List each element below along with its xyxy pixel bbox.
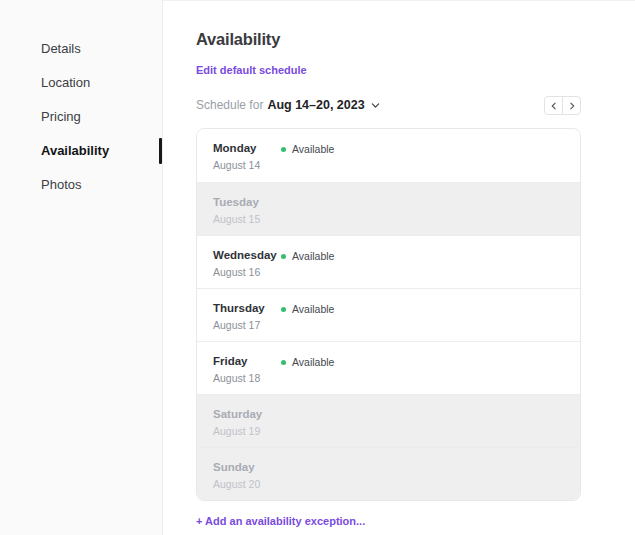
- day-row-saturday: Saturday August 19: [197, 394, 580, 447]
- week-nav-buttons: [544, 96, 581, 115]
- available-dot-icon: [281, 147, 286, 152]
- day-date: August 20: [213, 478, 281, 490]
- day-name: Friday: [213, 355, 281, 368]
- chevron-right-icon: [568, 98, 576, 113]
- sidebar-item-pricing[interactable]: Pricing: [0, 105, 162, 129]
- chevron-down-icon: [371, 101, 380, 110]
- availability-panel: Availability Edit default schedule Sched…: [196, 0, 581, 529]
- previous-week-button[interactable]: [544, 96, 563, 115]
- availability-status: Available: [281, 143, 334, 155]
- day-row-sunday: Sunday August 20: [197, 447, 580, 500]
- sidebar-item-availability[interactable]: Availability: [0, 139, 162, 163]
- day-row-tuesday: Tuesday August 15: [197, 182, 580, 235]
- availability-status: Available: [281, 356, 334, 368]
- schedule-toolbar: Schedule for Aug 14–20, 2023: [196, 95, 581, 115]
- sidebar-item-label: Location: [41, 75, 90, 90]
- availability-status: Available: [281, 250, 334, 262]
- day-row-monday: Monday August 14 Available: [197, 129, 580, 182]
- sidebar-item-label: Pricing: [41, 109, 81, 124]
- available-dot-icon: [281, 254, 286, 259]
- day-date: August 18: [213, 372, 281, 384]
- day-name: Wednesday: [213, 249, 281, 262]
- day-column: Thursday August 17: [213, 302, 281, 331]
- day-column: Friday August 18: [213, 355, 281, 384]
- day-date: August 15: [213, 213, 281, 225]
- availability-status-label: Available: [292, 250, 334, 262]
- day-column: Monday August 14: [213, 142, 281, 171]
- available-dot-icon: [281, 360, 286, 365]
- availability-status-label: Available: [292, 303, 334, 315]
- sidebar-nav-list: Details Location Pricing Availability Ph…: [0, 37, 162, 197]
- next-week-button[interactable]: [562, 96, 581, 115]
- day-column: Sunday August 20: [213, 461, 281, 490]
- day-name: Thursday: [213, 302, 281, 315]
- day-date: August 16: [213, 266, 281, 278]
- sidebar-item-label: Details: [41, 41, 81, 56]
- week-range-value: Aug 14–20, 2023: [267, 98, 364, 112]
- week-range-dropdown[interactable]: Aug 14–20, 2023: [267, 98, 379, 112]
- add-availability-exception-link[interactable]: + Add an availability exception...: [196, 515, 365, 527]
- day-date: August 14: [213, 159, 281, 171]
- day-column: Saturday August 19: [213, 408, 281, 437]
- available-dot-icon: [281, 307, 286, 312]
- day-date: August 19: [213, 425, 281, 437]
- day-date: August 17: [213, 319, 281, 331]
- sidebar-item-photos[interactable]: Photos: [0, 173, 162, 197]
- availability-status-label: Available: [292, 356, 334, 368]
- schedule-for-label: Schedule for: [196, 98, 263, 112]
- sidebar-item-location[interactable]: Location: [0, 71, 162, 95]
- day-column: Wednesday August 16: [213, 249, 281, 278]
- day-row-list: Monday August 14 Available Tuesday Augus…: [197, 129, 580, 500]
- availability-status: Available: [281, 303, 334, 315]
- page-title: Availability: [196, 30, 581, 49]
- weekly-schedule-card: Monday August 14 Available Tuesday Augus…: [196, 128, 581, 501]
- sidebar-item-details[interactable]: Details: [0, 37, 162, 61]
- day-row-friday: Friday August 18 Available: [197, 341, 580, 394]
- availability-status-label: Available: [292, 143, 334, 155]
- edit-default-schedule-link[interactable]: Edit default schedule: [196, 64, 307, 76]
- sidebar-item-label: Photos: [41, 177, 81, 192]
- day-row-thursday: Thursday August 17 Available: [197, 288, 580, 341]
- day-name: Saturday: [213, 408, 281, 421]
- day-row-wednesday: Wednesday August 16 Available: [197, 235, 580, 288]
- day-column: Tuesday August 15: [213, 196, 281, 225]
- chevron-left-icon: [550, 98, 558, 113]
- day-name: Monday: [213, 142, 281, 155]
- sidebar-item-label: Availability: [41, 143, 109, 158]
- day-name: Sunday: [213, 461, 281, 474]
- day-name: Tuesday: [213, 196, 281, 209]
- settings-sidebar: Details Location Pricing Availability Ph…: [0, 0, 163, 535]
